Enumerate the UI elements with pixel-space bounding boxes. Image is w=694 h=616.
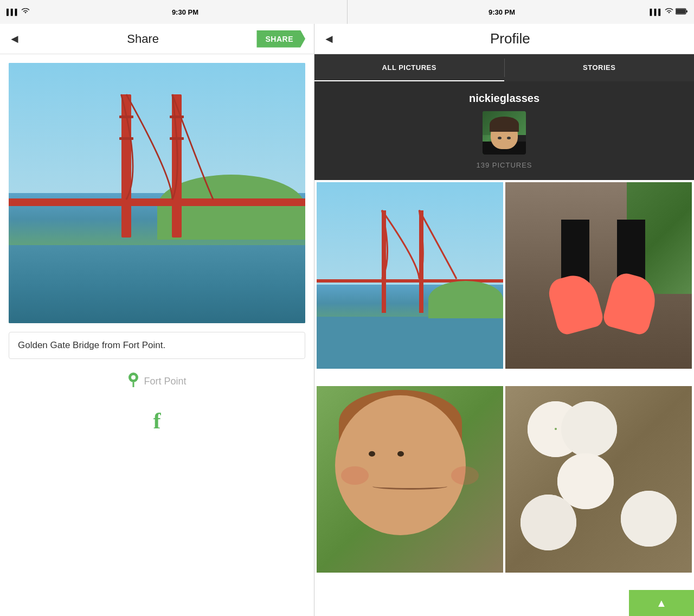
profile-header: ◄ Profile xyxy=(314,24,694,54)
left-time: 9:30 PM xyxy=(30,8,340,16)
svg-point-4 xyxy=(131,375,136,380)
location-row: Fort Point xyxy=(9,368,305,395)
photo-grid xyxy=(314,180,694,590)
profile-title: Profile xyxy=(335,30,685,47)
grid-photo-4[interactable] xyxy=(505,386,692,573)
grid-photo-2[interactable] xyxy=(505,182,692,369)
svg-rect-1 xyxy=(686,10,687,12)
share-button[interactable]: SHARE xyxy=(256,30,305,48)
tab-all-pictures[interactable]: ALL PICTURES xyxy=(314,54,504,81)
grid-photo-1[interactable] xyxy=(317,182,503,369)
pictures-count: 139 PICTURES xyxy=(476,161,532,169)
facebook-row: f xyxy=(9,403,305,438)
battery-icon xyxy=(676,8,687,16)
share-panel: ◄ Share SHARE xyxy=(0,24,314,616)
share-photo-container xyxy=(9,63,305,323)
tabs-bar: ALL PICTURES STORIES xyxy=(314,54,694,81)
up-arrow-icon: ▲ xyxy=(656,597,667,609)
profile-info: nickieglasses 1 xyxy=(314,81,694,180)
status-icons-right: ▌▌▌ xyxy=(650,8,687,16)
back-button-profile[interactable]: ◄ xyxy=(323,32,335,46)
location-name[interactable]: Fort Point xyxy=(144,376,186,387)
tab-stories[interactable]: STORIES xyxy=(505,54,695,81)
share-photo xyxy=(9,63,305,323)
signal-icon: ▌▌▌ xyxy=(7,9,19,15)
share-title: Share xyxy=(29,32,257,46)
avatar xyxy=(483,111,526,155)
location-icon xyxy=(127,372,139,390)
main-content: ◄ Share SHARE xyxy=(0,24,694,616)
profile-panel: ◄ Profile ALL PICTURES STORIES nickiegla… xyxy=(314,24,694,616)
signal-icon-right: ▌▌▌ xyxy=(650,9,663,15)
caption-input[interactable]: Golden Gate Bridge from Fort Point. xyxy=(9,332,305,359)
bottom-bar[interactable]: ▲ xyxy=(629,590,694,616)
status-bar-right: 9:30 PM ▌▌▌ xyxy=(348,8,695,16)
status-icons-left: ▌▌▌ xyxy=(7,8,30,16)
profile-username: nickieglasses xyxy=(469,92,539,105)
status-bar-left: ▌▌▌ 9:30 PM xyxy=(0,8,347,16)
wifi-icon xyxy=(21,8,30,16)
wifi-icon-right xyxy=(665,8,673,16)
share-header: ◄ Share SHARE xyxy=(0,24,314,54)
status-bar: ▌▌▌ 9:30 PM 9:30 PM ▌▌▌ xyxy=(0,0,694,24)
share-body: Golden Gate Bridge from Fort Point. Fort… xyxy=(0,54,314,616)
back-button-share[interactable]: ◄ xyxy=(9,32,21,46)
right-time: 9:30 PM xyxy=(354,8,650,16)
svg-rect-2 xyxy=(676,9,685,14)
facebook-icon[interactable]: f xyxy=(153,408,161,434)
grid-photo-3[interactable] xyxy=(317,386,503,573)
